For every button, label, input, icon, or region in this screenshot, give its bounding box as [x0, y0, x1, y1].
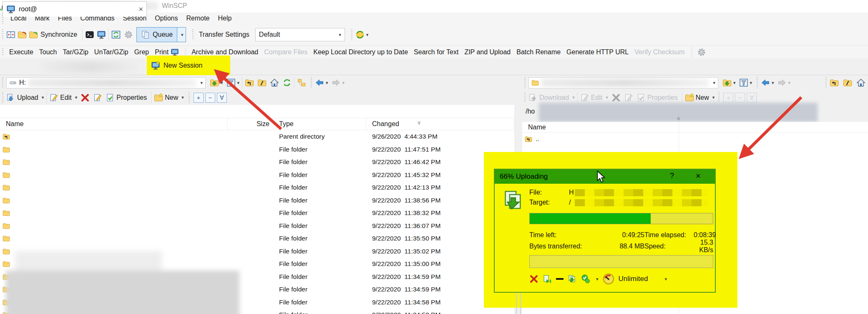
speed-limit-value[interactable]: Unlimited: [619, 275, 648, 283]
command-item[interactable]: UnTar/GZip: [94, 48, 128, 56]
filter-icon[interactable]: [739, 78, 748, 87]
menu-item[interactable]: Options: [151, 13, 182, 23]
session-globe-icon[interactable]: [355, 30, 365, 39]
column-header-size[interactable]: Size: [227, 118, 273, 130]
console-icon[interactable]: [85, 30, 94, 39]
remote-path-bar[interactable]: /ho: [522, 103, 868, 122]
invert-selection-button[interactable]: ∀: [217, 93, 227, 103]
chevron-down-icon[interactable]: ▾: [326, 80, 328, 86]
upload-icon[interactable]: [6, 93, 15, 102]
queue-dropdown[interactable]: ▾: [177, 27, 186, 42]
forward-icon[interactable]: [777, 78, 787, 87]
command-item[interactable]: Search for Text: [414, 48, 458, 56]
chevron-down-icon[interactable]: ▾: [42, 95, 44, 100]
edit-button[interactable]: Edit: [60, 94, 72, 101]
synchronize-browsing-icon[interactable]: [29, 30, 38, 39]
filter-icon[interactable]: [226, 78, 236, 87]
chevron-down-icon[interactable]: ▾: [733, 80, 736, 86]
command-item[interactable]: Archive and Download: [185, 48, 258, 56]
new-button[interactable]: New: [696, 94, 709, 101]
chevron-down-icon[interactable]: ▾: [221, 80, 223, 86]
properties-button[interactable]: Properties: [116, 94, 147, 101]
root-directory-icon[interactable]: [843, 78, 852, 87]
sort-indicator-icon[interactable]: ∨: [417, 119, 421, 126]
command-item[interactable]: Tar/GZip: [63, 48, 88, 56]
new-button[interactable]: New: [165, 94, 178, 101]
table-row[interactable]: File folder9/22/2020 11:38:56 PM: [0, 194, 514, 207]
table-row[interactable]: File folder9/22/2020 11:42:13 PM: [0, 181, 514, 194]
chevron-down-icon[interactable]: ▾: [750, 80, 752, 86]
table-row[interactable]: File folder9/22/2020 11:47:51 PM: [0, 143, 514, 156]
command-item[interactable]: Verify Checksum: [634, 48, 684, 56]
parent-directory-icon[interactable]: [245, 78, 254, 87]
command-item[interactable]: Execute: [9, 48, 33, 56]
table-row[interactable]: File folder9/22/2020 11:45:32 PM: [0, 169, 514, 182]
menu-item[interactable]: Remote: [182, 13, 214, 23]
select-plus-button[interactable]: +: [194, 93, 204, 103]
properties-icon[interactable]: [106, 93, 115, 102]
help-icon[interactable]: ?: [670, 172, 674, 180]
edit-icon[interactable]: [49, 93, 58, 102]
command-item[interactable]: Batch Rename: [516, 48, 561, 56]
chevron-down-icon[interactable]: ▾: [596, 276, 599, 282]
synchronize-button[interactable]: Synchronize: [40, 31, 77, 38]
speed-limit-icon[interactable]: [603, 273, 614, 285]
rename-icon[interactable]: [93, 93, 102, 102]
command-item[interactable]: Keep Local Directory up to Date: [313, 48, 408, 56]
chevron-down-icon[interactable]: ▾: [75, 95, 78, 100]
command-item[interactable]: Generate HTTP URL: [566, 48, 629, 56]
table-row[interactable]: Parent directory9/26/2020 4:44:33 PM: [0, 130, 514, 143]
local-path-combo[interactable]: H: ▾: [6, 77, 206, 89]
minimize-dialog-icon[interactable]: [556, 278, 564, 280]
directory-tree-icon[interactable]: [297, 78, 306, 87]
table-row[interactable]: File folder9/22/2020 11:36:07 PM: [0, 220, 514, 233]
transfer-options-icon[interactable]: [581, 274, 590, 284]
open-directory-icon[interactable]: [722, 78, 732, 87]
dialog-title-bar[interactable]: 66% Uploading ? ×: [495, 170, 715, 184]
parent-directory-icon[interactable]: [830, 78, 839, 87]
close-icon[interactable]: ×: [696, 171, 701, 181]
table-row[interactable]: ..: [522, 133, 868, 145]
skip-file-icon[interactable]: [543, 274, 552, 284]
run-command-icon[interactable]: [97, 30, 106, 39]
command-item[interactable]: ZIP and Upload: [464, 48, 511, 56]
back-icon[interactable]: [761, 78, 770, 87]
swap-panels-icon[interactable]: [18, 30, 27, 39]
chevron-down-icon[interactable]: ▾: [181, 95, 184, 100]
chevron-down-icon[interactable]: ▾: [712, 95, 715, 100]
session-tab-active[interactable]: root@ ×: [3, 1, 147, 17]
command-item[interactable]: Touch: [39, 48, 57, 56]
transfer-settings-combo[interactable]: Default ▾: [255, 28, 345, 41]
column-header-changed[interactable]: Changed: [366, 118, 514, 130]
command-item[interactable]: Compare Files: [264, 48, 307, 56]
cancel-transfer-icon[interactable]: [529, 274, 538, 284]
forward-icon[interactable]: [332, 78, 341, 87]
sort-indicator-icon[interactable]: ∧: [677, 115, 681, 122]
chevron-down-icon[interactable]: ▾: [366, 32, 369, 38]
remote-list-header[interactable]: Name: [522, 122, 868, 133]
select-minus-button[interactable]: −: [205, 93, 215, 103]
preferences-gear-icon[interactable]: [124, 30, 133, 39]
refresh-icon[interactable]: [282, 78, 292, 87]
move-to-background-icon[interactable]: [568, 274, 577, 284]
home-directory-icon[interactable]: [270, 78, 279, 87]
upload-button[interactable]: Upload: [17, 94, 38, 101]
open-directory-icon[interactable]: [210, 78, 219, 87]
command-item[interactable]: Grep: [134, 48, 149, 56]
table-row[interactable]: File folder9/22/2020 11:38:32 PM: [0, 207, 514, 220]
new-session-tab[interactable]: New Session: [151, 61, 202, 70]
commander-layout-icon[interactable]: [6, 30, 15, 39]
queue-button[interactable]: Queue: [136, 27, 177, 42]
customize-commands-button[interactable]: [692, 47, 706, 58]
chevron-down-icon[interactable]: ▾: [664, 276, 667, 282]
new-icon[interactable]: [154, 93, 163, 102]
chevron-down-icon[interactable]: ▾: [772, 80, 774, 86]
refresh-panels-icon[interactable]: [111, 30, 121, 39]
menu-item[interactable]: Help: [214, 13, 236, 23]
column-header-name[interactable]: Name: [528, 124, 546, 131]
chevron-down-icon[interactable]: ▾: [237, 80, 240, 86]
home-directory-icon[interactable]: [856, 78, 865, 87]
command-item[interactable]: Print: [155, 48, 179, 56]
table-row[interactable]: File folder9/22/2020 11:46:42 PM: [0, 156, 514, 169]
new-icon[interactable]: [685, 93, 694, 102]
